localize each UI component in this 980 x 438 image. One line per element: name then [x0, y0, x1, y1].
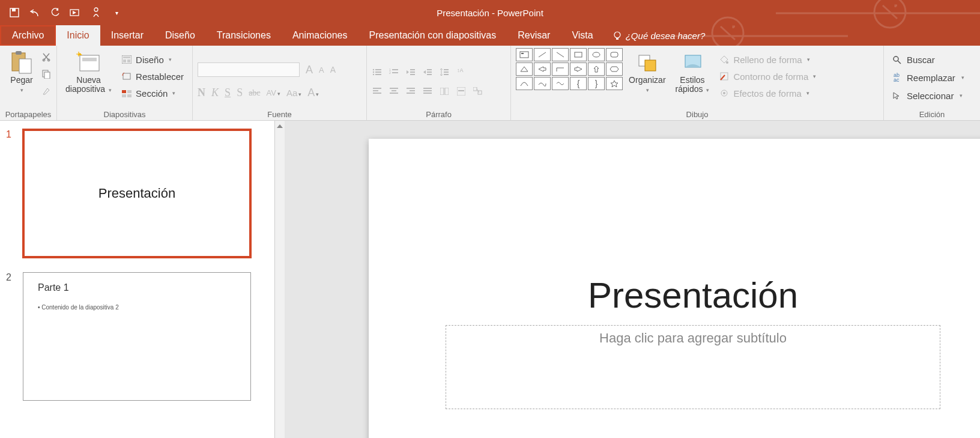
- shape-star-icon[interactable]: [606, 77, 623, 90]
- relleno-forma-button[interactable]: Relleno de forma▾: [715, 52, 820, 67]
- svg-rect-65: [521, 53, 524, 54]
- shape-rect-icon[interactable]: [570, 48, 587, 61]
- nueva-diapositiva-button[interactable]: Nuevadiapositiva ▾: [62, 48, 115, 96]
- ribbon: Pegar▾ Portapapeles Nuevadiapositiva ▾ D…: [0, 46, 980, 121]
- reemplazar-button[interactable]: abacReemplazar▾: [889, 70, 967, 85]
- bullets-icon[interactable]: [372, 67, 383, 78]
- seccion-button[interactable]: Sección▾: [118, 85, 187, 101]
- group-diapositivas: Nuevadiapositiva ▾ Diseño▾ Restablecer S…: [57, 46, 193, 120]
- tab-presentacion[interactable]: Presentación con diapositivas: [358, 25, 507, 46]
- shape-arrow-l-icon[interactable]: [534, 62, 551, 76]
- decrease-indent-icon[interactable]: [405, 67, 416, 78]
- font-color-button[interactable]: A▾: [307, 87, 319, 99]
- svg-rect-52: [407, 88, 415, 89]
- align-text-icon[interactable]: [456, 86, 467, 97]
- shape-curve-icon[interactable]: [534, 77, 551, 90]
- shape-arc-icon[interactable]: [516, 77, 533, 90]
- shape-fill-icon: [719, 54, 730, 65]
- decrease-font-icon[interactable]: A: [319, 65, 324, 75]
- justify-icon[interactable]: [422, 86, 433, 97]
- buscar-button[interactable]: Buscar: [889, 52, 937, 67]
- undo-icon[interactable]: [29, 7, 41, 19]
- pegar-label: Pegar: [10, 75, 32, 85]
- italic-button[interactable]: K: [211, 87, 219, 99]
- format-painter-icon[interactable]: [41, 85, 52, 96]
- restablecer-button[interactable]: Restablecer: [118, 68, 187, 84]
- copy-icon[interactable]: [41, 68, 52, 79]
- shadow-button[interactable]: S: [237, 87, 243, 99]
- underline-button[interactable]: S: [225, 87, 231, 99]
- estilos-rapidos-button[interactable]: Estilosrápidos ▾: [672, 48, 713, 96]
- shape-arrow-ud-icon[interactable]: [588, 62, 605, 76]
- svg-text:↕A: ↕A: [457, 67, 464, 73]
- shape-roundrect-icon[interactable]: [606, 48, 623, 61]
- tab-transiciones[interactable]: Transiciones: [206, 25, 282, 46]
- shape-wave-icon[interactable]: [552, 77, 569, 90]
- tab-vista[interactable]: Vista: [561, 25, 603, 46]
- slide-title-text[interactable]: Presentación: [369, 275, 980, 316]
- cut-icon[interactable]: [41, 52, 52, 62]
- contorno-forma-button[interactable]: Contorno de forma▾: [715, 68, 820, 84]
- shape-arrow-r-icon[interactable]: [570, 62, 587, 76]
- customize-qat-icon[interactable]: ▾: [110, 7, 122, 19]
- tab-animaciones[interactable]: Animaciones: [282, 25, 358, 46]
- align-right-icon[interactable]: [405, 86, 416, 97]
- scroll-up-icon[interactable]: [277, 124, 283, 128]
- increase-font-icon[interactable]: A: [306, 64, 313, 76]
- group-label-edicion: Edición: [889, 109, 975, 119]
- shapes-gallery[interactable]: { }: [516, 48, 623, 90]
- shape-line-icon[interactable]: [534, 48, 551, 61]
- quick-access-toolbar: ▾: [0, 7, 131, 19]
- shape-line2-icon[interactable]: [552, 48, 569, 61]
- shape-textbox-icon[interactable]: [516, 48, 533, 61]
- clear-format-icon[interactable]: A: [330, 65, 336, 75]
- shape-brace-l-icon[interactable]: {: [570, 77, 587, 90]
- numbering-icon[interactable]: 12: [389, 67, 399, 78]
- svg-point-74: [726, 61, 728, 64]
- tab-diseno[interactable]: Diseño: [154, 25, 206, 46]
- tab-insertar[interactable]: Insertar: [100, 25, 154, 46]
- font-name-combo[interactable]: [198, 62, 300, 77]
- shape-hex-icon[interactable]: [606, 62, 623, 76]
- svg-rect-61: [458, 90, 464, 91]
- replace-icon: abac: [891, 72, 902, 83]
- strikethrough-button[interactable]: abc: [249, 88, 260, 98]
- seleccionar-button[interactable]: Seleccionar▾: [889, 88, 965, 103]
- diseno-button[interactable]: Diseño▾: [118, 52, 187, 67]
- efectos-forma-button[interactable]: Efectos de forma▾: [715, 85, 820, 101]
- organizar-button[interactable]: Organizar▾: [625, 48, 669, 96]
- bold-button[interactable]: N: [198, 87, 205, 99]
- tab-inicio[interactable]: Inicio: [56, 25, 100, 46]
- slide-thumbnail-panel[interactable]: 1 Presentación 2 Parte 1 • Contenido de …: [0, 121, 275, 438]
- save-icon[interactable]: [8, 7, 20, 19]
- new-slide-icon: [76, 49, 102, 76]
- shape-brace-r-icon[interactable]: }: [588, 77, 605, 90]
- slide-thumbnail-2[interactable]: Parte 1 • Contenido de la diapositiva 2: [23, 272, 251, 401]
- smartart-convert-icon[interactable]: [473, 86, 483, 97]
- title-bar: ▾ Presentación - PowerPoint: [0, 0, 980, 25]
- shape-elbow-icon[interactable]: [552, 62, 569, 76]
- estilos-l1: Estilos: [680, 75, 704, 85]
- align-left-icon[interactable]: [372, 86, 383, 97]
- columns-icon[interactable]: [439, 86, 450, 97]
- shape-oval-icon[interactable]: [588, 48, 605, 61]
- pegar-button[interactable]: Pegar▾: [5, 48, 38, 96]
- shape-triangle-icon[interactable]: [516, 62, 533, 76]
- subtitle-placeholder-box[interactable]: Haga clic para agregar subtítulo: [446, 325, 940, 409]
- align-center-icon[interactable]: [389, 86, 399, 97]
- current-slide[interactable]: Presentación Haga clic para agregar subt…: [369, 139, 980, 438]
- touch-mode-icon[interactable]: [90, 7, 102, 19]
- tab-archivo[interactable]: Archivo: [0, 25, 56, 46]
- slide-thumbnail-1[interactable]: Presentación: [23, 129, 251, 258]
- thumbnail-scrollbar[interactable]: [275, 121, 285, 438]
- text-direction-icon[interactable]: ↕A: [456, 67, 467, 78]
- start-from-beginning-icon[interactable]: [70, 7, 82, 19]
- line-spacing-icon[interactable]: [439, 67, 450, 78]
- change-case-button[interactable]: Aa▾: [286, 88, 301, 99]
- increase-indent-icon[interactable]: [422, 67, 433, 78]
- tab-revisar[interactable]: Revisar: [507, 25, 561, 46]
- svg-rect-15: [80, 55, 99, 71]
- char-spacing-button[interactable]: AV▾: [267, 88, 280, 98]
- redo-icon[interactable]: [49, 7, 61, 19]
- font-row-2: N K S S abc AV▾ Aa▾ A▾: [198, 87, 319, 99]
